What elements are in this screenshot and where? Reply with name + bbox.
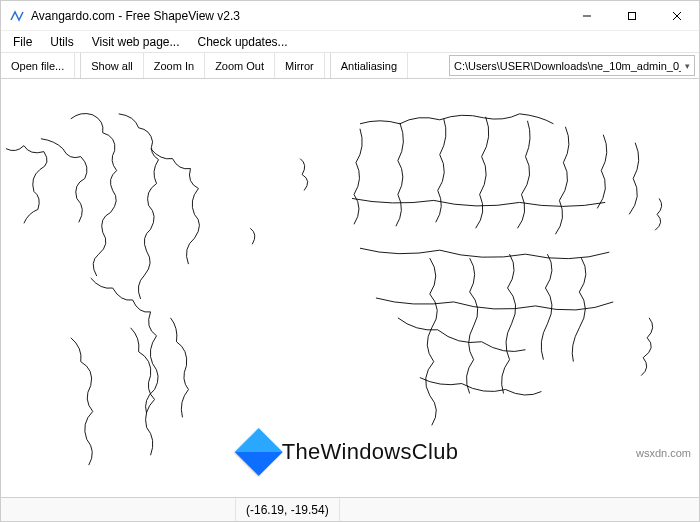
minimize-button[interactable]	[564, 1, 609, 31]
open-file-button[interactable]: Open file...	[1, 53, 75, 78]
titlebar: Avangardo.com - Free ShapeView v2.3	[1, 1, 699, 31]
statusbar-cell-empty	[1, 498, 236, 521]
zoom-out-button[interactable]: Zoom Out	[205, 53, 275, 78]
shapefile-map	[1, 79, 699, 497]
menu-utils[interactable]: Utils	[42, 33, 81, 51]
statusbar: (-16.19, -19.54)	[1, 497, 699, 521]
map-canvas[interactable]: TheWindowsClub wsxdn.com	[1, 79, 699, 497]
svg-rect-1	[628, 12, 635, 19]
file-path-dropdown[interactable]: C:\Users\USER\Downloads\ne_10m_admin_0_b…	[449, 55, 695, 76]
toolbar: Open file... Show all Zoom In Zoom Out M…	[1, 53, 699, 79]
window-title: Avangardo.com - Free ShapeView v2.3	[31, 9, 564, 23]
mirror-button[interactable]: Mirror	[275, 53, 325, 78]
show-all-button[interactable]: Show all	[81, 53, 144, 78]
antialiasing-button[interactable]: Antialiasing	[331, 53, 408, 78]
menu-check-updates[interactable]: Check updates...	[190, 33, 296, 51]
close-button[interactable]	[654, 1, 699, 31]
menu-file[interactable]: File	[5, 33, 40, 51]
menubar: File Utils Visit web page... Check updat…	[1, 31, 699, 53]
zoom-in-button[interactable]: Zoom In	[144, 53, 205, 78]
statusbar-coords: (-16.19, -19.54)	[236, 498, 340, 521]
menu-visit-web-page[interactable]: Visit web page...	[84, 33, 188, 51]
app-window: Avangardo.com - Free ShapeView v2.3 File…	[0, 0, 700, 522]
app-icon	[9, 8, 25, 24]
maximize-button[interactable]	[609, 1, 654, 31]
file-path-text: C:\Users\USER\Downloads\ne_10m_admin_0_b…	[454, 60, 681, 72]
chevron-down-icon: ▾	[681, 61, 690, 71]
window-controls	[564, 1, 699, 31]
